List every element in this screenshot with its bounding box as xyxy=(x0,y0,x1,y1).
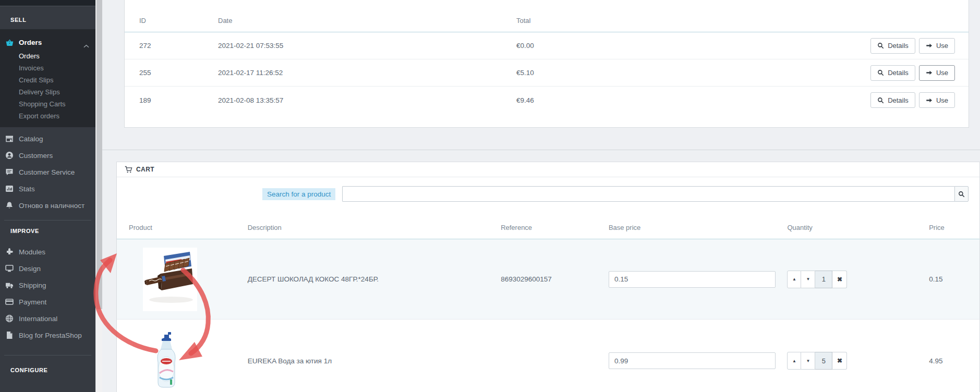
quantity-down-button[interactable]: ▼ xyxy=(801,271,815,288)
column-header-total: Total xyxy=(516,17,969,24)
globe-icon xyxy=(5,314,14,323)
quantity-down-button[interactable]: ▼ xyxy=(801,352,815,370)
quantity-up-button[interactable]: ▲ xyxy=(787,271,801,288)
sidebar-item-label: Modules xyxy=(19,248,45,256)
sidebar-item-stats[interactable]: Stats xyxy=(0,180,95,197)
sidebar-subitem-delivery-slips[interactable]: Delivery Slips xyxy=(0,86,95,98)
product-description: ДЕСЕРТ ШОКОЛАД КОКОС 48ГР.*24БР. xyxy=(248,275,501,283)
column-header-base-price: Base price xyxy=(609,224,788,231)
sidebar-item-payment[interactable]: Payment xyxy=(0,293,95,310)
column-header-id: ID xyxy=(125,17,218,24)
sidebar-improve-group: Modules Design Shipping Payment Internat… xyxy=(0,240,95,344)
sidebar-scrollbar-thumb[interactable] xyxy=(96,0,102,309)
magnifier-icon xyxy=(877,42,884,49)
table-row: 255 2021-02-17 11:26:52 €5.10 Details Us… xyxy=(125,59,969,87)
sidebar-item-modules[interactable]: Modules xyxy=(0,243,95,260)
cart-id: 189 xyxy=(125,96,218,104)
sidebar-item-label: Customers xyxy=(19,152,53,160)
sidebar-item-customers[interactable]: Customers xyxy=(0,147,95,164)
details-button[interactable]: Details xyxy=(870,38,915,54)
sidebar-subitem-orders[interactable]: Orders xyxy=(0,50,95,62)
sidebar-top-item-partial[interactable] xyxy=(0,0,95,6)
sidebar-item-orders-label: Orders xyxy=(19,39,83,46)
sidebar-item-blog[interactable]: Blog for PrestaShop xyxy=(0,327,95,344)
magnifier-icon xyxy=(877,69,884,76)
table-row: 272 2021-02-21 07:53:55 €0.00 Details Us… xyxy=(125,32,969,59)
sidebar-item-back-in-stock[interactable]: Отново в наличност xyxy=(0,197,95,214)
sidebar-section-configure: CONFIGURE xyxy=(10,367,95,373)
sidebar-item-design[interactable]: Design xyxy=(0,260,95,277)
use-button[interactable]: Use xyxy=(919,92,955,108)
cart-panel-header: CART xyxy=(117,162,979,177)
sidebar-subitem-invoices[interactable]: Invoices xyxy=(0,62,95,74)
sidebar-divider xyxy=(4,355,91,356)
sidebar-item-customer-service[interactable]: Customer Service xyxy=(0,164,95,180)
cart-table-header: Product Description Reference Base price… xyxy=(117,224,979,239)
details-button-label: Details xyxy=(888,96,909,104)
sidebar-item-label: Shipping xyxy=(19,281,46,289)
sidebar-sell-group: Catalog Customers Customer Service Stats… xyxy=(0,127,95,214)
cart-icon xyxy=(125,166,132,174)
truck-icon xyxy=(5,281,14,289)
product-description: EUREKA Вода за ютия 1л xyxy=(248,357,501,365)
table-row: 189 2021-02-08 13:35:57 €9.46 Details Us… xyxy=(125,87,969,114)
sidebar-item-international[interactable]: International xyxy=(0,310,95,327)
use-button-label: Use xyxy=(936,96,948,104)
sidebar-divider xyxy=(4,220,91,220)
sidebar-item-label: Design xyxy=(19,265,41,273)
sidebar-item-shipping[interactable]: Shipping xyxy=(0,277,95,293)
quantity-value[interactable]: 5 xyxy=(815,352,832,370)
sidebar-subitem-shopping-carts[interactable]: Shopping Carts xyxy=(0,98,95,110)
cart-product-row: EUREKA Вода за ютия 1л ▲ ▼ 5 ✖ 4.95 xyxy=(117,320,979,392)
sidebar-item-label: International xyxy=(19,315,57,323)
product-search-button[interactable] xyxy=(954,186,969,202)
quantity-stepper: ▲ ▼ 1 ✖ xyxy=(787,271,847,288)
credit-card-icon xyxy=(5,298,14,306)
sidebar-item-label: Customer Service xyxy=(19,168,75,176)
cart-id: 272 xyxy=(125,42,218,50)
sidebar-scrollbar[interactable] xyxy=(95,0,102,392)
product-search-input[interactable] xyxy=(342,186,954,202)
prestashop-admin-screen: SELL Orders Orders Invoices Credit Slips… xyxy=(0,0,980,392)
section-divider xyxy=(102,150,980,150)
details-button[interactable]: Details xyxy=(870,65,915,81)
product-image-chocolate-box xyxy=(143,248,197,311)
quantity-value[interactable]: 1 xyxy=(815,271,832,288)
shopping-basket-icon xyxy=(5,38,14,47)
orders-table-header: ID Date Total xyxy=(125,17,969,32)
cart-date: 2021-02-21 07:53:55 xyxy=(218,42,516,50)
details-button[interactable]: Details xyxy=(870,92,915,108)
store-icon xyxy=(5,134,14,143)
sidebar: SELL Orders Orders Invoices Credit Slips… xyxy=(0,0,95,392)
arrow-right-icon xyxy=(926,69,933,76)
cart-product-row: ДЕСЕРТ ШОКОЛАД КОКОС 48ГР.*24БР. 8693029… xyxy=(117,239,979,320)
base-price-input[interactable] xyxy=(609,352,776,369)
column-header-product: Product xyxy=(117,224,248,231)
details-button-label: Details xyxy=(888,69,909,77)
puzzle-icon xyxy=(5,248,14,256)
cart-panel: CART Search for a product Product Descri… xyxy=(116,162,980,392)
document-icon xyxy=(5,331,14,339)
use-button[interactable]: Use xyxy=(919,38,955,54)
use-button[interactable]: Use xyxy=(919,65,955,81)
customer-icon xyxy=(5,151,14,160)
remove-product-button[interactable]: ✖ xyxy=(832,271,847,288)
magnifier-icon xyxy=(877,97,884,104)
sidebar-subitem-credit-slips[interactable]: Credit Slips xyxy=(0,74,95,86)
quantity-up-button[interactable]: ▲ xyxy=(787,352,801,370)
chevron-up-icon[interactable] xyxy=(83,41,89,44)
column-header-price: Price xyxy=(929,224,979,231)
arrow-right-icon xyxy=(926,97,933,104)
bell-icon xyxy=(5,201,14,210)
column-header-quantity: Quantity xyxy=(787,224,929,231)
sidebar-section-improve: IMPROVE xyxy=(10,228,95,234)
sidebar-item-catalog[interactable]: Catalog xyxy=(0,130,95,147)
sidebar-item-label: Catalog xyxy=(19,135,43,143)
sidebar-subitem-export-orders[interactable]: Export orders xyxy=(0,110,95,122)
remove-product-button[interactable]: ✖ xyxy=(832,352,847,370)
sidebar-item-orders[interactable]: Orders xyxy=(0,34,95,50)
base-price-input[interactable] xyxy=(609,271,776,288)
monitor-icon xyxy=(5,264,14,273)
cart-id: 255 xyxy=(125,69,218,77)
previous-carts-panel: ID Date Total 272 2021-02-21 07:53:55 €0… xyxy=(124,0,969,128)
